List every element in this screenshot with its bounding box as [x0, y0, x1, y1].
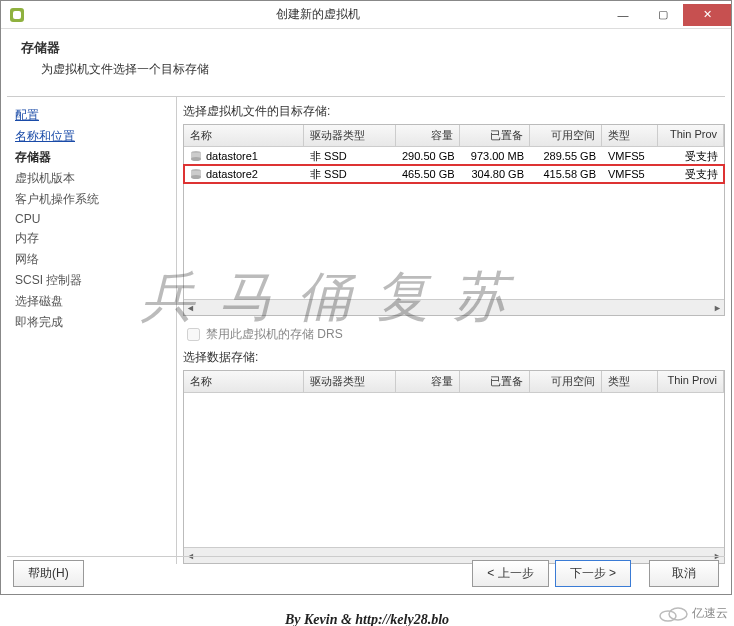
col-name[interactable]: 名称	[184, 371, 304, 392]
dialog-window: 创建新的虚拟机 — ▢ ✕ 存储器 为虚拟机文件选择一个目标存储 配置 名称和位…	[0, 0, 732, 595]
ds-free: 415.58 GB	[530, 167, 602, 181]
ds-type: VMFS5	[602, 167, 658, 181]
table-header: 名称 驱动器类型 容量 已置备 可用空间 类型 Thin Provi	[184, 371, 724, 393]
step-name-location[interactable]: 名称和位置	[15, 126, 168, 147]
ds-drive: 非 SSD	[304, 166, 396, 183]
h-scrollbar[interactable]: ◄►	[184, 299, 724, 315]
step-guest-os: 客户机操作系统	[15, 189, 168, 210]
step-storage: 存储器	[15, 147, 168, 168]
ds-type: VMFS5	[602, 149, 658, 163]
step-memory: 内存	[15, 228, 168, 249]
window-title: 创建新的虚拟机	[33, 6, 603, 23]
table-row-selected[interactable]: datastore2 非 SSD 465.50 GB 304.80 GB 415…	[184, 165, 724, 183]
titlebar: 创建新的虚拟机 — ▢ ✕	[1, 1, 731, 29]
help-button[interactable]: 帮助(H)	[13, 560, 84, 587]
scroll-right-icon[interactable]: ►	[713, 303, 722, 313]
wizard-header: 存储器 为虚拟机文件选择一个目标存储	[1, 29, 731, 96]
credit-text: By Kevin & http://kely28.blo	[0, 612, 734, 626]
storage-prompt: 选择虚拟机文件的目标存储:	[183, 103, 725, 120]
svg-rect-1	[13, 11, 21, 19]
col-provisioned[interactable]: 已置备	[460, 371, 530, 392]
ds-cap: 465.50 GB	[396, 167, 460, 181]
disable-drs-checkbox	[187, 328, 200, 341]
ds-thin: 受支持	[658, 148, 724, 165]
next-button[interactable]: 下一步 >	[555, 560, 631, 587]
col-thin[interactable]: Thin Provi	[658, 371, 724, 392]
ds-thin: 受支持	[658, 166, 724, 183]
select-datastore-label: 选择数据存储:	[183, 349, 725, 366]
datastore-icon	[190, 168, 202, 180]
col-drive[interactable]: 驱动器类型	[304, 125, 396, 146]
step-scsi: SCSI 控制器	[15, 270, 168, 291]
col-free[interactable]: 可用空间	[530, 371, 602, 392]
ds-name: datastore2	[206, 168, 258, 180]
col-capacity[interactable]: 容量	[396, 371, 460, 392]
col-thin[interactable]: Thin Prov	[658, 125, 724, 146]
svg-point-7	[191, 175, 201, 179]
wizard-footer: 帮助(H) < 上一步 下一步 > 取消	[7, 556, 725, 590]
back-button[interactable]: < 上一步	[472, 560, 548, 587]
minimize-button[interactable]: —	[603, 4, 643, 26]
vsphere-icon	[9, 7, 25, 23]
step-select-disk: 选择磁盘	[15, 291, 168, 312]
col-provisioned[interactable]: 已置备	[460, 125, 530, 146]
step-vm-version: 虚拟机版本	[15, 168, 168, 189]
cancel-button[interactable]: 取消	[649, 560, 719, 587]
scroll-left-icon[interactable]: ◄	[186, 303, 195, 313]
step-config[interactable]: 配置	[15, 105, 168, 126]
col-capacity[interactable]: 容量	[396, 125, 460, 146]
step-network: 网络	[15, 249, 168, 270]
page-subtitle: 为虚拟机文件选择一个目标存储	[21, 61, 711, 78]
corner-logo: 亿速云	[658, 604, 728, 622]
svg-point-4	[191, 157, 201, 161]
corner-label: 亿速云	[692, 605, 728, 622]
datastore-icon	[190, 150, 202, 162]
ds-name: datastore1	[206, 150, 258, 162]
maximize-button[interactable]: ▢	[643, 4, 683, 26]
col-drive[interactable]: 驱动器类型	[304, 371, 396, 392]
wizard-steps-sidebar: 配置 名称和位置 存储器 虚拟机版本 客户机操作系统 CPU 内存 网络 SCS…	[7, 97, 177, 564]
step-ready: 即将完成	[15, 312, 168, 333]
ds-cap: 290.50 GB	[396, 149, 460, 163]
datastore-table-secondary: 名称 驱动器类型 容量 已置备 可用空间 类型 Thin Provi ◄►	[183, 370, 725, 564]
col-type[interactable]: 类型	[602, 125, 658, 146]
col-type[interactable]: 类型	[602, 371, 658, 392]
col-name[interactable]: 名称	[184, 125, 304, 146]
step-cpu: CPU	[15, 210, 168, 228]
ds-prov: 304.80 GB	[460, 167, 530, 181]
datastore-table: 名称 驱动器类型 容量 已置备 可用空间 类型 Thin Prov datast…	[183, 124, 725, 316]
table-row[interactable]: datastore1 非 SSD 290.50 GB 973.00 MB 289…	[184, 147, 724, 165]
page-title: 存储器	[21, 39, 711, 57]
disable-drs-label: 禁用此虚拟机的存储 DRS	[206, 326, 343, 343]
cloud-icon	[658, 604, 688, 622]
ds-free: 289.55 GB	[530, 149, 602, 163]
table-header: 名称 驱动器类型 容量 已置备 可用空间 类型 Thin Prov	[184, 125, 724, 147]
close-button[interactable]: ✕	[683, 4, 731, 26]
col-free[interactable]: 可用空间	[530, 125, 602, 146]
ds-prov: 973.00 MB	[460, 149, 530, 163]
svg-point-9	[669, 608, 687, 620]
ds-drive: 非 SSD	[304, 148, 396, 165]
main-panel: 选择虚拟机文件的目标存储: 名称 驱动器类型 容量 已置备 可用空间 类型 Th…	[177, 97, 725, 564]
disable-drs-row: 禁用此虚拟机的存储 DRS	[187, 326, 725, 343]
